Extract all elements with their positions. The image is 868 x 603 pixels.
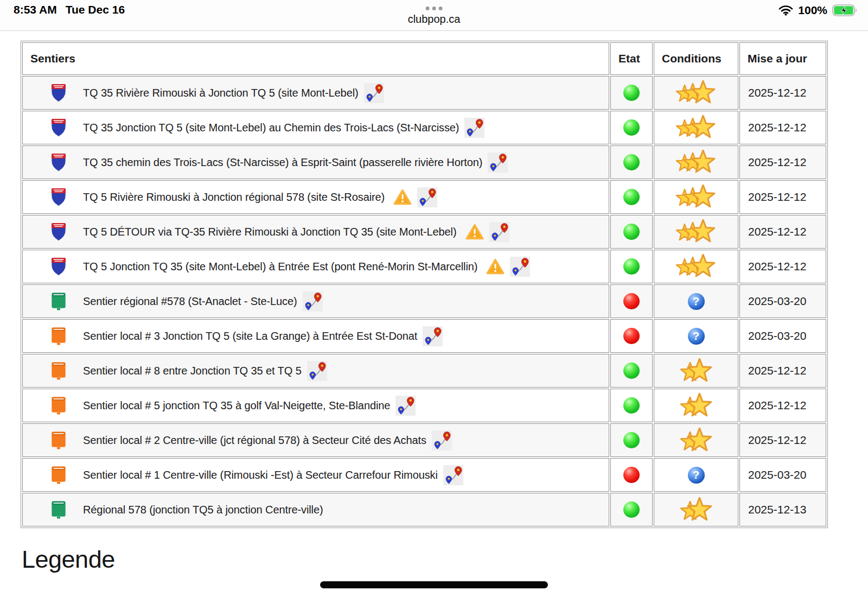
warning-icon — [393, 189, 412, 205]
map-pins-icon[interactable] — [510, 257, 530, 277]
home-indicator[interactable] — [320, 581, 548, 588]
stars-3-icon — [676, 80, 716, 105]
question-icon: ? — [688, 293, 705, 310]
table-row: TQ 5 Rivière Rimouski à Jonction régiona… — [22, 180, 826, 214]
status-date: Tue Dec 16 — [66, 3, 125, 16]
stars-2-icon — [680, 428, 712, 453]
status-right: 100% — [778, 4, 857, 17]
warning-icon — [486, 258, 505, 275]
stars-3-icon — [676, 150, 716, 175]
trail-name: TQ 5 Jonction TQ 35 (site Mont-Lebel) à … — [83, 261, 477, 273]
table-body: TQ 35 Rivière Rimouski à Jonction TQ 5 (… — [22, 76, 826, 526]
status-center: clubpop.ca — [408, 0, 461, 26]
map-pins-icon[interactable] — [443, 465, 463, 485]
table-row: TQ 5 Jonction TQ 35 (site Mont-Lebel) à … — [22, 250, 826, 283]
status-ball-icon — [623, 119, 640, 136]
status-ball-icon — [623, 363, 640, 379]
status-ball-icon — [623, 328, 640, 344]
trail-name: Sentier local # 5 jonction TQ 35 à golf … — [83, 399, 390, 412]
update-date: 2025-12-12 — [739, 215, 826, 249]
update-date: 2025-03-20 — [739, 284, 826, 318]
table-row: Régional 578 (jonction TQ5 à jonction Ce… — [22, 493, 826, 526]
col-header-conditions: Conditions — [654, 42, 738, 75]
status-ball-icon — [623, 502, 640, 518]
col-header-mise-a-jour: Mise a jour — [739, 42, 826, 75]
trail-name: TQ 35 Rivière Rimouski à Jonction TQ 5 (… — [83, 87, 359, 99]
update-date: 2025-12-12 — [739, 180, 826, 214]
update-date: 2025-12-12 — [739, 389, 826, 422]
map-pins-icon[interactable] — [423, 326, 443, 346]
trail-badge-local-icon — [50, 361, 67, 380]
battery-percent: 100% — [798, 4, 827, 17]
update-date: 2025-12-13 — [739, 493, 826, 526]
status-ball-icon — [623, 432, 640, 448]
col-header-sentiers: Sentiers — [22, 42, 609, 75]
trail-badge-tq-icon — [50, 187, 67, 207]
table-row: Sentier local # 1 Centre-ville (Rimouski… — [22, 458, 826, 492]
status-ball-icon — [623, 467, 640, 483]
trail-badge-local-icon — [50, 326, 67, 346]
address-bar-url[interactable]: clubpop.ca — [408, 13, 461, 26]
question-glyph: ? — [693, 295, 700, 308]
trail-badge-local-icon — [50, 430, 67, 450]
question-icon: ? — [688, 328, 705, 345]
map-pins-icon[interactable] — [488, 153, 508, 173]
table-row: TQ 35 Rivière Rimouski à Jonction TQ 5 (… — [22, 76, 826, 110]
table-row: Sentier local # 3 Jonction TQ 5 (site La… — [22, 319, 826, 353]
status-left: 8:53 AM Tue Dec 16 — [14, 3, 125, 16]
trail-badge-regional-icon — [50, 291, 67, 311]
stars-2-icon — [680, 393, 712, 418]
update-date: 2025-12-12 — [739, 145, 826, 179]
status-ball-icon — [623, 258, 640, 275]
battery-charging-icon — [832, 4, 857, 16]
map-pins-icon[interactable] — [395, 396, 416, 416]
status-ball-icon — [623, 293, 640, 309]
status-ball-icon — [623, 224, 640, 240]
map-pins-icon[interactable] — [303, 291, 323, 312]
status-ball-icon — [623, 154, 640, 170]
trail-conditions-table: Sentiers Etat Conditions Mise a jour — [21, 41, 828, 528]
update-date: 2025-12-12 — [739, 111, 826, 144]
trail-badge-tq-icon — [50, 222, 67, 242]
update-date: 2025-12-12 — [739, 76, 826, 110]
table-row: TQ 35 Jonction TQ 5 (site Mont-Lebel) au… — [22, 111, 826, 144]
update-date: 2025-03-20 — [739, 319, 826, 353]
legend-title: Legende — [22, 545, 828, 574]
stars-3-icon — [676, 254, 716, 279]
trail-badge-tq-icon — [50, 118, 67, 137]
trail-name: Sentier local # 8 entre Jonction TQ 35 e… — [83, 365, 302, 377]
stars-3-icon — [676, 185, 716, 210]
stars-2-icon — [680, 497, 712, 522]
update-date: 2025-12-12 — [739, 354, 826, 388]
table-row: Sentier local # 2 Centre-ville (jct régi… — [22, 423, 826, 457]
map-pins-icon[interactable] — [364, 83, 384, 103]
map-pins-icon[interactable] — [464, 118, 484, 138]
trail-badge-local-icon — [50, 465, 67, 485]
col-header-etat: Etat — [610, 42, 653, 75]
header-row: Sentiers Etat Conditions Mise a jour — [22, 42, 826, 75]
map-pins-icon[interactable] — [432, 430, 452, 450]
status-ball-icon — [623, 189, 640, 205]
trail-name: Sentier régional #578 (St-Anaclet - Ste-… — [83, 295, 297, 308]
trail-name: TQ 35 chemin des Trois-Lacs (St-Narcisse… — [83, 156, 482, 169]
update-date: 2025-12-12 — [739, 423, 826, 457]
trail-name: TQ 5 Rivière Rimouski à Jonction régiona… — [83, 191, 385, 204]
warning-icon — [465, 224, 484, 240]
trail-name: Sentier local # 2 Centre-ville (jct régi… — [83, 434, 426, 447]
multitasking-dots-icon — [408, 7, 461, 10]
trail-badge-tq-icon — [50, 83, 67, 103]
question-icon: ? — [688, 467, 705, 484]
status-ball-icon — [623, 397, 640, 414]
table-row: Sentier local # 5 jonction TQ 35 à golf … — [22, 389, 826, 422]
map-pins-icon[interactable] — [489, 222, 509, 242]
table-row: TQ 35 chemin des Trois-Lacs (St-Narcisse… — [22, 145, 826, 179]
safari-chrome: 8:53 AM Tue Dec 16 clubpop.ca 100% — [0, 0, 868, 31]
stars-3-icon — [676, 115, 716, 140]
status-time: 8:53 AM — [14, 3, 57, 16]
map-pins-icon[interactable] — [307, 361, 327, 381]
trail-name: TQ 5 DÉTOUR via TQ-35 Rivière Rimouski à… — [83, 226, 457, 238]
question-glyph: ? — [693, 468, 700, 481]
map-pins-icon[interactable] — [417, 187, 437, 207]
update-date: 2025-12-12 — [739, 250, 826, 283]
trail-name: Sentier local # 3 Jonction TQ 5 (site La… — [83, 330, 417, 342]
